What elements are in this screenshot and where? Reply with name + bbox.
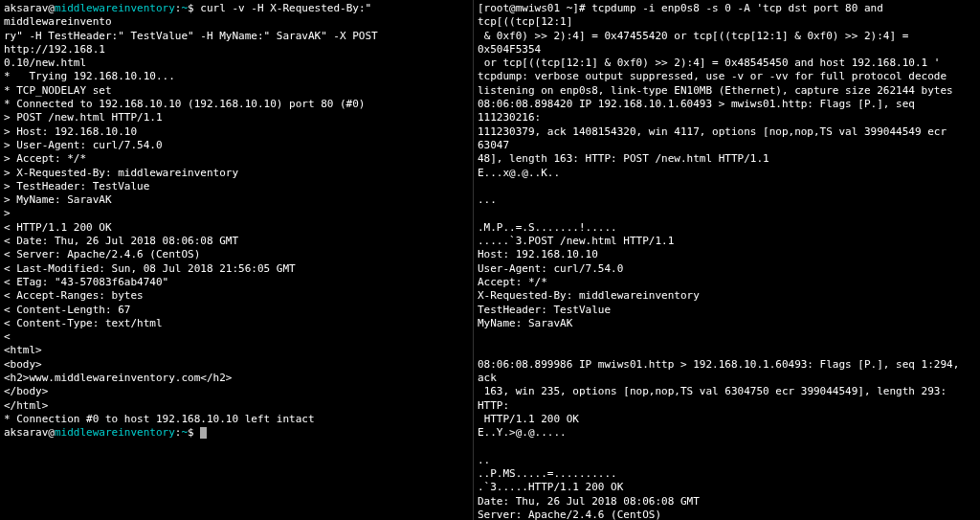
- output-line: <body>: [4, 358, 42, 371]
- prompt-dollar: $: [188, 426, 200, 439]
- output-line: User-Agent: curl/7.54.0: [478, 262, 623, 275]
- output-line: > POST /new.html HTTP/1.1: [4, 111, 163, 124]
- output-line: < Content-Length: 67: [4, 304, 130, 316]
- output-line: > User-Agent: curl/7.54.0: [4, 139, 163, 151]
- output-line: < Accept-Ranges: bytes: [4, 289, 144, 302]
- cmd-text-cont2: 0.10/new.html: [4, 57, 86, 69]
- output-line: Accept: */*: [478, 276, 547, 288]
- output-line: MyName: SaravAK: [478, 317, 572, 329]
- prompt-user: aksarav: [4, 426, 48, 439]
- output-line: < Content-Type: text/html: [4, 317, 163, 329]
- left-terminal[interactable]: aksarav@middlewareinventory:~$ curl -v -…: [0, 0, 474, 520]
- output-line: E...x@.@..K..: [478, 167, 560, 179]
- output-line: > Host: 192.168.10.10: [4, 125, 137, 138]
- output-line: ..: [478, 454, 490, 466]
- output-line: <: [4, 330, 11, 343]
- output-line: ..P.MS.....=..........: [478, 467, 617, 480]
- output-line: Date: Thu, 26 Jul 2018 08:06:08 GMT: [478, 495, 700, 508]
- output-line: .M.P..=.S.......!.....: [478, 221, 617, 234]
- prompt-root: [root@mwiws01 ~]#: [478, 2, 591, 14]
- output-line: TestHeader: TestValue: [478, 304, 611, 316]
- output-line: <html>: [4, 344, 42, 356]
- output-line: tcpdump: verbose output suppressed, use …: [478, 70, 947, 82]
- output-line: * Connection #0 to host 192.168.10.10 le…: [4, 413, 315, 425]
- output-line: </body>: [4, 385, 48, 397]
- output-line: > MyName: SaravAK: [4, 193, 112, 206]
- prompt-1: aksarav@middlewareinventory:~$: [4, 2, 194, 14]
- output-line: < Last-Modified: Sun, 08 Jul 2018 21:56:…: [4, 262, 296, 275]
- output-line: HTTP/1.1 200 OK: [478, 413, 579, 425]
- output-line: < HTTP/1.1 200 OK: [4, 221, 112, 234]
- prompt-user: aksarav: [4, 2, 48, 14]
- output-line: & 0xf0) >> 2):4] = 0x47455420 or tcp[((t…: [478, 30, 915, 56]
- prompt-dollar: $: [188, 2, 194, 14]
- output-line: < ETag: "43-57083f6ab4740": [4, 276, 168, 288]
- output-line: Server: Apache/2.4.6 (CentOS): [478, 509, 661, 520]
- output-line: * Trying 192.168.10.10...: [4, 70, 175, 82]
- output-line: <h2>www.middlewareinventory.com</h2>: [4, 372, 232, 384]
- cursor[interactable]: [200, 427, 207, 439]
- output-line: </html>: [4, 399, 48, 412]
- prompt-host: middlewareinventory: [55, 426, 175, 439]
- cmd-text-cont: ry" -H TestHeader:" TestValue" -H MyName…: [4, 30, 384, 56]
- output-line: E..Y.>@.@.....: [478, 426, 567, 439]
- right-terminal[interactable]: [root@mwiws01 ~]# tcpdump -i enp0s8 -s 0…: [474, 0, 980, 520]
- output-line: * Connected to 192.168.10.10 (192.168.10…: [4, 98, 366, 110]
- prompt-host: middlewareinventory: [55, 2, 175, 14]
- output-line: 111230379, ack 1408154320, win 4117, opt…: [478, 125, 953, 151]
- output-line: > X-Requested-By: middlewareinventory: [4, 167, 238, 179]
- output-line: 08:06:08.898420 IP 192.168.10.1.60493 > …: [478, 98, 922, 124]
- prompt-at: @: [48, 426, 55, 439]
- output-line: .....`3.POST /new.html HTTP/1.1: [478, 235, 674, 247]
- output-line: or tcp[((tcp[12:1] & 0xf0) >> 2):4] = 0x…: [478, 57, 940, 69]
- output-line: >: [4, 207, 11, 219]
- output-line: 163, win 235, options [nop,nop,TS val 63…: [478, 385, 953, 411]
- output-line: < Server: Apache/2.4.6 (CentOS): [4, 248, 200, 260]
- output-line: > TestHeader: TestValue: [4, 180, 149, 192]
- output-line: * TCP_NODELAY set: [4, 84, 112, 97]
- output-line: X-Requested-By: middlewareinventory: [478, 289, 700, 302]
- output-line: 48], length 163: HTTP: POST /new.html HT…: [478, 152, 769, 165]
- output-line: listening on enp0s8, link-type EN10MB (E…: [478, 84, 953, 97]
- output-line: Host: 192.168.10.10: [478, 248, 598, 260]
- prompt-2: aksarav@middlewareinventory:~$: [4, 426, 200, 439]
- output-line: 08:06:08.899986 IP mwiws01.http > 192.16…: [478, 358, 966, 384]
- output-line: < Date: Thu, 26 Jul 2018 08:06:08 GMT: [4, 235, 238, 247]
- prompt-at: @: [48, 2, 55, 14]
- output-line: > Accept: */*: [4, 152, 86, 165]
- output-line: .`3.....HTTP/1.1 200 OK: [478, 481, 623, 493]
- output-line: ...: [478, 193, 497, 206]
